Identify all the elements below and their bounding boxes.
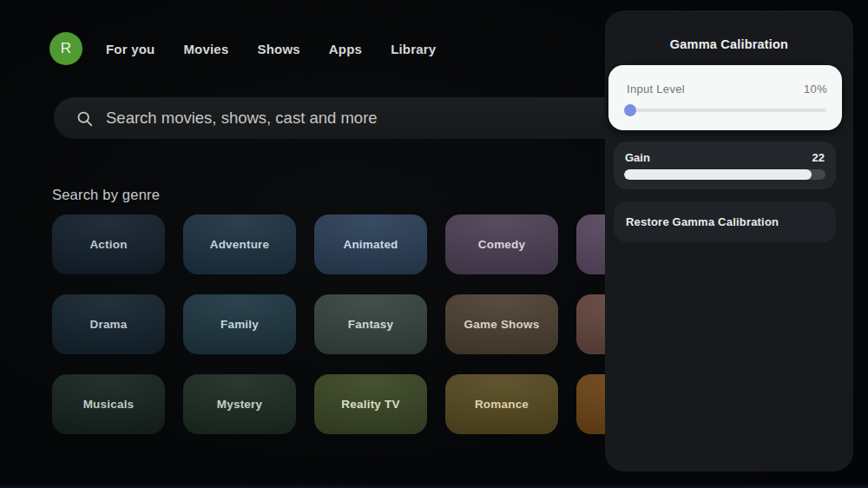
- input-level-slider-thumb[interactable]: [624, 104, 636, 116]
- genre-tile-label: Action: [89, 238, 127, 251]
- panel-title: Gamma Calibration: [605, 37, 853, 51]
- genre-tile-label: Reality TV: [341, 398, 399, 411]
- genre-tile-family[interactable]: Family: [183, 294, 296, 354]
- gain-label: Gain: [625, 151, 650, 164]
- gain-card[interactable]: Gain 22: [614, 142, 836, 189]
- tab-apps[interactable]: Apps: [329, 42, 362, 56]
- genre-tile-label: Animated: [343, 238, 398, 251]
- tab-shows[interactable]: Shows: [257, 42, 299, 56]
- genre-tile-animated[interactable]: Animated: [314, 214, 427, 274]
- restore-gamma-button[interactable]: Restore Gamma Calibration: [614, 201, 836, 242]
- genre-tile-label: Romance: [475, 398, 529, 411]
- genre-tile-drama[interactable]: Drama: [52, 294, 165, 354]
- genre-tile-label: Musicals: [83, 398, 135, 411]
- nav-tabs: For you Movies Shows Apps Library: [106, 42, 436, 56]
- genre-tile-musicals[interactable]: Musicals: [52, 374, 165, 434]
- tab-for-you[interactable]: For you: [106, 42, 155, 56]
- genre-tile-adventure[interactable]: Adventure: [183, 214, 296, 274]
- genre-section-heading: Search by genre: [52, 187, 160, 203]
- input-level-card[interactable]: Input Level 10%: [608, 65, 842, 130]
- genre-tile-label: Game Shows: [464, 318, 540, 331]
- gamma-calibration-panel: Gamma Calibration Input Level 10% Gain 2…: [605, 10, 853, 472]
- screen-bottom-edge: [0, 483, 868, 488]
- genre-tile-reality-tv[interactable]: Reality TV: [314, 374, 427, 434]
- genre-tile-label: Comedy: [478, 238, 525, 251]
- top-navigation: R For you Movies Shows Apps Library: [49, 32, 436, 65]
- genre-tile-comedy[interactable]: Comedy: [445, 214, 558, 274]
- genre-tile-label: Family: [220, 318, 259, 331]
- input-level-value: 10%: [804, 82, 827, 96]
- genre-tile-mystery[interactable]: Mystery: [183, 374, 296, 434]
- tab-library[interactable]: Library: [391, 42, 436, 56]
- genre-tile-fantasy[interactable]: Fantasy: [314, 294, 427, 354]
- genre-tile-game-shows[interactable]: Game Shows: [445, 294, 558, 354]
- gain-slider[interactable]: [624, 169, 825, 180]
- genre-tile-action[interactable]: Action: [52, 214, 165, 274]
- genre-tile-label: Fantasy: [348, 318, 393, 331]
- gain-slider-fill: [624, 169, 812, 180]
- profile-avatar[interactable]: R: [49, 32, 82, 65]
- genre-tile-romance[interactable]: Romance: [445, 374, 558, 434]
- input-level-label: Input Level: [627, 82, 685, 96]
- tab-movies[interactable]: Movies: [183, 42, 228, 56]
- genre-tile-label: Drama: [89, 318, 127, 331]
- search-icon: [76, 109, 94, 128]
- input-level-slider[interactable]: [624, 109, 826, 112]
- restore-gamma-label: Restore Gamma Calibration: [626, 215, 779, 228]
- tv-home-screen: R For you Movies Shows Apps Library Sear…: [0, 0, 868, 488]
- gain-value: 22: [812, 151, 825, 164]
- genre-grid: Action Adventure Animated Comedy Drama F…: [52, 214, 689, 434]
- genre-tile-label: Mystery: [217, 398, 262, 411]
- genre-tile-label: Adventure: [210, 238, 270, 251]
